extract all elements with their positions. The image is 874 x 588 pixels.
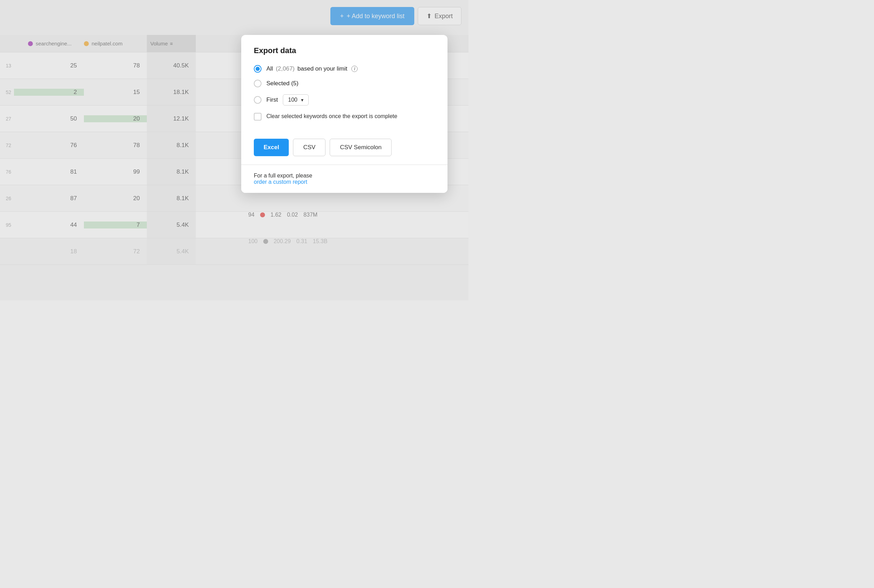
dialog-actions: Excel CSV CSV Semicolon bbox=[241, 130, 447, 165]
export-dialog: Export data All (2,067) based on your li… bbox=[241, 35, 447, 193]
radio-all-circle[interactable] bbox=[254, 65, 262, 73]
first-select-dropdown[interactable]: 100 ▾ bbox=[283, 94, 309, 105]
chevron-down-icon: ▾ bbox=[301, 97, 304, 103]
radio-option-selected[interactable]: Selected (5) bbox=[254, 80, 435, 87]
footer-text: For a full export, please bbox=[254, 172, 312, 178]
radio-option-all[interactable]: All (2,067) based on your limit i bbox=[254, 65, 435, 73]
radio-first-circle[interactable] bbox=[254, 96, 262, 104]
radio-selected-label: Selected (5) bbox=[266, 80, 299, 87]
dialog-footer: For a full export, please order a custom… bbox=[241, 165, 447, 193]
dialog-title: Export data bbox=[254, 46, 435, 55]
all-count: (2,067) bbox=[276, 65, 295, 72]
csv-semicolon-button[interactable]: CSV Semicolon bbox=[329, 139, 391, 156]
custom-report-link[interactable]: order a custom report bbox=[254, 179, 307, 185]
excel-button[interactable]: Excel bbox=[254, 139, 289, 156]
first-label: First bbox=[266, 96, 278, 104]
radio-option-first[interactable]: First 100 ▾ bbox=[254, 94, 435, 105]
info-icon[interactable]: i bbox=[351, 66, 358, 72]
first-value: 100 bbox=[288, 97, 298, 103]
radio-all-label: All (2,067) based on your limit i bbox=[266, 65, 358, 72]
csv-button[interactable]: CSV bbox=[293, 139, 325, 156]
radio-selected-circle[interactable] bbox=[254, 80, 262, 87]
clear-keywords-checkbox[interactable] bbox=[254, 113, 262, 120]
clear-keywords-checkbox-row[interactable]: Clear selected keywords once the export … bbox=[254, 112, 435, 120]
clear-keywords-label: Clear selected keywords once the export … bbox=[266, 112, 397, 120]
all-suffix: based on your limit bbox=[298, 65, 347, 72]
all-label-text: All bbox=[266, 65, 273, 72]
dialog-content: Export data All (2,067) based on your li… bbox=[241, 35, 447, 130]
